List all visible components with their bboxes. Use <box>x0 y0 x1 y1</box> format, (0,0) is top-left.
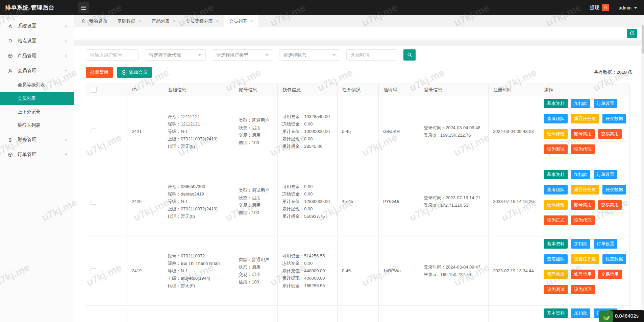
batch-disable-button[interactable]: 批量禁用 <box>86 67 113 78</box>
账变数据-button[interactable]: 账变数据 <box>602 114 626 123</box>
tab-close-icon[interactable]: × <box>250 19 253 24</box>
row-checkbox[interactable] <box>91 129 96 134</box>
hamburger-menu-button[interactable] <box>78 2 89 13</box>
密码修改-button[interactable]: 密码修改 <box>544 200 568 210</box>
加扣款-button[interactable]: 加扣款 <box>571 239 590 249</box>
sidebar-item-产品管理[interactable]: 产品管理 <box>0 48 74 63</box>
elapsed-time: 0.048402s <box>609 310 644 322</box>
sidebar: 系统设置站点设置产品管理会员管理会员等级列表会员列表上下分记录银行卡列表$财务管… <box>0 15 74 322</box>
基本资料-button[interactable]: 基本资料 <box>544 308 568 318</box>
withdraw-button[interactable]: 提现 0 <box>590 4 609 11</box>
agent-select[interactable]: 请选择下级代理 <box>145 49 206 61</box>
column-header-checkbox <box>86 84 127 96</box>
table-row: 2419账号：0792110072昵称：Bui Thi Thanh Nhan等级… <box>86 236 630 306</box>
info-line: 代理：暂无(0) <box>168 213 232 220</box>
info-line: 交易：启用 <box>239 271 275 278</box>
add-member-button[interactable]: 添加会员 <box>117 67 152 78</box>
sidebar-item-站点设置[interactable]: 站点设置 <box>0 33 74 48</box>
tab-会员列表[interactable]: 会员列表× <box>224 15 258 27</box>
sidebar-subitem-上下分记录[interactable]: 上下分记录 <box>0 105 74 119</box>
sidebar-item-label: 会员管理 <box>18 68 64 74</box>
重置任务量-button[interactable]: 重置任务量 <box>571 185 599 194</box>
tab-close-icon[interactable]: × <box>173 19 175 24</box>
交易禁用-button[interactable]: 交易禁用 <box>598 200 622 210</box>
设为代理-button[interactable]: 设为代理 <box>571 144 595 154</box>
hamburger-icon <box>81 7 86 8</box>
sidebar-subitem-会员等级列表[interactable]: 会员等级列表 <box>0 78 74 92</box>
账变数据-button[interactable]: 账变数据 <box>602 254 626 264</box>
refresh-button[interactable] <box>627 29 637 38</box>
订单设置-button[interactable]: 订单设置 <box>594 239 617 249</box>
row-checkbox[interactable] <box>91 268 96 274</box>
tab-产品列表[interactable]: 产品列表× <box>146 15 180 27</box>
sidebar-item-系统设置[interactable]: 系统设置 <box>0 19 74 33</box>
table-header-row: ID基础信息账号信息钱包信息任务情况邀请码登录信息注册时间操作 <box>86 84 630 96</box>
info-line: 类型：普通用户 <box>239 117 275 124</box>
tab-基础数据[interactable]: 基础数据× <box>112 15 146 27</box>
查看团队-button[interactable]: 查看团队 <box>544 114 568 123</box>
cell-checkbox <box>86 306 127 322</box>
基本资料-button[interactable]: 基本资料 <box>544 170 568 179</box>
密码修改-button[interactable]: 密码修改 <box>544 270 568 279</box>
加扣款-button[interactable]: 加扣款 <box>571 308 590 318</box>
基本资料-button[interactable]: 基本资料 <box>544 99 568 108</box>
page-scrollbar[interactable] <box>641 15 644 322</box>
tab-close-icon[interactable]: × <box>139 19 141 24</box>
filter-row: 请选择下级代理 请选择用户类型 请选择状态 <box>86 49 633 61</box>
sidebar-item-财务管理[interactable]: $财务管理 <box>0 132 74 147</box>
查看团队-button[interactable]: 查看团队 <box>544 254 568 264</box>
sidebar-item-label: 站点设置 <box>18 38 64 44</box>
tab-close-icon[interactable]: × <box>216 19 219 24</box>
select-all-checkbox[interactable] <box>91 87 97 93</box>
info-line: 冻结资金：0.00 <box>282 260 335 267</box>
查看团队-button[interactable]: 查看团队 <box>544 185 568 194</box>
tab-会员等级列表[interactable]: 会员等级列表× <box>180 15 224 27</box>
加扣款-button[interactable]: 加扣款 <box>571 99 590 108</box>
scrollbar-thumb[interactable] <box>642 25 644 54</box>
sidebar-item-label: 系统设置 <box>18 23 64 29</box>
cell-registered: 2023-07-19 13:34:44 <box>489 236 539 306</box>
设为代理-button[interactable]: 设为代理 <box>571 285 595 294</box>
cell-wallet-info <box>278 306 338 322</box>
status-select[interactable]: 请选择状态 <box>279 49 340 61</box>
账号禁用-button[interactable]: 账号禁用 <box>571 270 595 279</box>
cell-wallet-info: 可用资金：10328545.00冻结资金：0.00累计充值：10000000.0… <box>278 96 338 167</box>
sidebar-item-订单管理[interactable]: 订单管理 <box>0 147 74 162</box>
content-toolbar <box>74 27 644 40</box>
user-type-select[interactable]: 请选择用户类型 <box>212 49 273 61</box>
账号禁用-button[interactable]: 账号禁用 <box>571 129 595 139</box>
info-line: 累计提现：0.00 <box>282 205 335 213</box>
sidebar-subitem-会员列表[interactable]: 会员列表 <box>0 92 74 105</box>
search-button[interactable] <box>403 49 416 61</box>
tab-我的桌面[interactable]: 我的桌面 <box>76 15 112 27</box>
account-search-input[interactable] <box>86 49 139 61</box>
加扣款-button[interactable]: 加扣款 <box>571 170 590 179</box>
设为正式-button[interactable]: 设为正式 <box>544 215 568 225</box>
topbar-right: 提现 0 admin <box>590 4 644 11</box>
设为测试-button[interactable]: 设为测试 <box>544 285 568 294</box>
交易禁用-button[interactable]: 交易禁用 <box>598 129 622 139</box>
start-time-input[interactable] <box>346 49 397 61</box>
订单设置-button[interactable]: 订单设置 <box>594 99 617 108</box>
dollar-icon: $ <box>7 137 13 142</box>
sidebar-subitem-银行卡列表[interactable]: 银行卡列表 <box>0 119 74 132</box>
performance-overlay: 0.048402s <box>599 310 644 322</box>
账变数据-button[interactable]: 账变数据 <box>602 185 626 194</box>
table-row: 基本资料加扣款订单设置 <box>86 306 630 322</box>
row-checkbox[interactable] <box>91 199 96 205</box>
tabbar: 我的桌面基础数据×产品列表×会员等级列表×会员列表× <box>74 15 644 27</box>
user-menu[interactable]: admin <box>619 5 637 10</box>
sidebar-item-会员管理[interactable]: 会员管理 <box>0 63 74 78</box>
基本资料-button[interactable]: 基本资料 <box>544 239 568 249</box>
info-line: 昵称：daotao2419 <box>168 190 232 198</box>
重置任务量-button[interactable]: 重置任务量 <box>571 114 599 123</box>
设为测试-button[interactable]: 设为测试 <box>544 144 568 154</box>
交易禁用-button[interactable]: 交易禁用 <box>598 270 622 279</box>
重置任务量-button[interactable]: 重置任务量 <box>571 254 599 264</box>
订单设置-button[interactable]: 订单设置 <box>594 170 617 179</box>
设为代理-button[interactable]: 设为代理 <box>571 215 595 225</box>
info-line: 冻结资金：0.00 <box>282 190 335 198</box>
gear-icon <box>7 23 13 29</box>
密码修改-button[interactable]: 密码修改 <box>544 129 568 139</box>
账号禁用-button[interactable]: 账号禁用 <box>571 200 595 210</box>
